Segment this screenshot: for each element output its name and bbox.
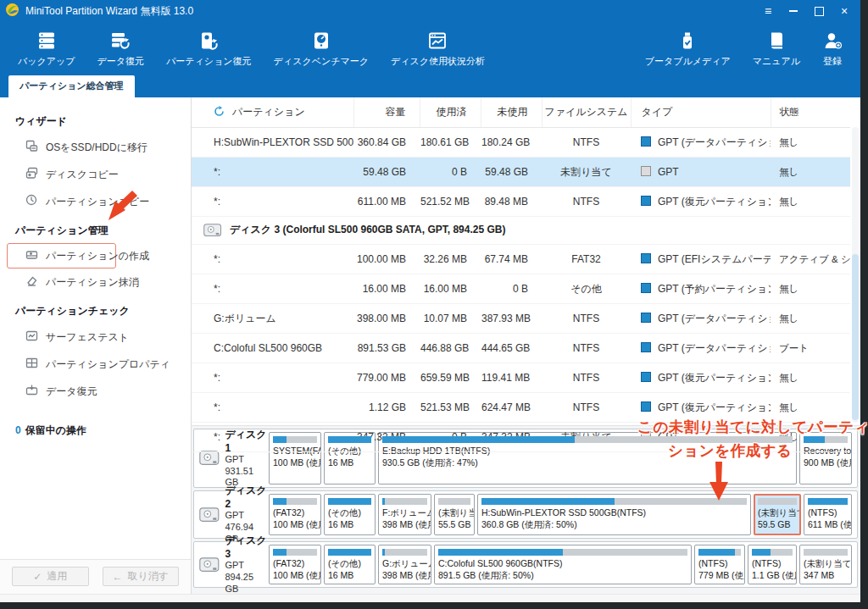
sidebar-item-label: パーティションプロパティ <box>46 357 170 372</box>
partition-block[interactable]: (NTFS)1.1 GB (使用済: <box>748 545 797 584</box>
disk-drive-icon <box>199 506 220 524</box>
refresh-icon[interactable] <box>214 108 225 119</box>
sidebar-item-data-recovery[interactable]: データ復元 <box>0 378 191 405</box>
partition-size-info: 1.1 GB (使用済: <box>752 570 793 582</box>
column-capacity[interactable]: 容量 <box>353 97 420 128</box>
partition-block[interactable]: (NTFS)611 MB (使用 <box>804 494 852 535</box>
bootable-media-icon <box>677 30 698 51</box>
sidebar-item-surface-test[interactable]: サーフェステスト <box>0 324 191 351</box>
sidebar-item-partition-properties[interactable]: パーティションプロパティ <box>0 351 191 378</box>
disk-info[interactable]: ディスク 3GPT894.25 GB <box>197 545 269 584</box>
tab-partition-management[interactable]: パーティション総合管理 <box>8 75 135 97</box>
apply-button[interactable]: ✓適用 <box>12 567 89 586</box>
partition-block[interactable]: (その他)16 MB <box>324 432 376 484</box>
status-cell: 無し <box>771 304 850 334</box>
partition-block[interactable]: (その他)16 MB <box>324 545 376 584</box>
space-analyzer-button[interactable]: ディスク使用状況分析 <box>380 22 496 76</box>
manual-button[interactable]: マニュアル <box>742 22 811 76</box>
disk-group-label: ディスク 3 (Colorful SL500 960GB SATA, GPT, … <box>230 224 505 235</box>
sidebar-item-wipe-partition[interactable]: パーティション抹消 <box>0 269 191 296</box>
partition-row[interactable]: G:ボリューム398.00 MB10.07 MB387.93 MBNTFSGPT… <box>192 304 850 334</box>
partition-row[interactable]: *:611.00 MB521.52 MB89.48 MBNTFSGPT (復元パ… <box>192 187 850 217</box>
partition-label: (NTFS) <box>808 507 848 519</box>
backup-label: バックアップ <box>18 55 75 68</box>
partition-block[interactable]: (その他)16 MB <box>324 494 376 535</box>
annotation-text-line1: この未割り当てに対してパーティ <box>637 417 868 437</box>
partition-recovery-button[interactable]: パーティション復元 <box>155 22 263 76</box>
partition-copy-icon <box>25 194 38 209</box>
column-used[interactable]: 使用済 <box>420 97 481 128</box>
column-partition[interactable]: パーティション <box>192 97 353 128</box>
sidebar-item-label: データ復元 <box>46 385 97 399</box>
partition-type-icon <box>641 283 651 293</box>
disk-info[interactable]: ディスク 2GPT476.94 GB <box>197 494 269 535</box>
partition-type-icon <box>641 401 651 412</box>
used-cell: 446.88 GB <box>420 334 481 363</box>
undo-button[interactable]: ←取り消す <box>103 567 180 586</box>
partition-block[interactable]: SYSTEM(FAT3100 MB (使用 <box>269 432 321 484</box>
check-icon: ✓ <box>33 571 42 583</box>
column-unused[interactable]: 未使用 <box>481 97 542 128</box>
partition-size-info: 100 MB (使用 <box>273 570 317 582</box>
sidebar-item-disk-copy[interactable]: ディスクコピー <box>0 161 191 188</box>
sidebar-item-label: パーティション抹消 <box>46 275 139 290</box>
partition-block[interactable]: (NTFS)779 MB (使用 <box>694 545 745 584</box>
partition-row[interactable]: H:SubWin-PLEXTOR SSD 500GB360.84 GB180.6… <box>192 128 850 158</box>
backup-button[interactable]: バックアップ <box>7 22 86 76</box>
partition-type-icon <box>641 166 651 176</box>
partition-block[interactable]: (FAT32)100 MB (使用 <box>269 494 321 535</box>
partition-size-info: 398 MB (使用 <box>382 570 427 582</box>
scrollbar-thumb[interactable] <box>852 254 859 419</box>
partition-block[interactable]: G:ボリューム(N398 MB (使用 <box>378 545 431 584</box>
unused-cell: 180.24 GB <box>481 128 542 158</box>
usage-bar <box>382 549 427 556</box>
partition-label: (NTFS) <box>752 558 793 570</box>
usage-bar <box>438 549 687 556</box>
column-file-system[interactable]: ファイルシステム <box>542 97 631 128</box>
register-button[interactable]: 登録 <box>811 22 854 76</box>
selected-unallocated-block[interactable]: (未割り当て59.5 GB <box>754 494 801 535</box>
partition-block[interactable]: (FAT32)100 MB (使用 <box>269 545 321 584</box>
table-header-row: パーティション 容量 使用済 未使用 ファイルシステム タイプ 状態 <box>192 97 850 128</box>
partition-block[interactable]: C:Coloful SL500 960GB(NTFS)891.5 GB (使用済… <box>434 545 692 584</box>
capacity-cell: 1.12 GB <box>353 393 420 423</box>
data-recovery-button[interactable]: データ復元 <box>86 22 156 76</box>
partition-block[interactable]: Recovery too900 MB (使用 <box>799 432 852 484</box>
app-window: MiniTool Partition Wizard 無料版 13.0 ≡ × バ… <box>0 0 860 602</box>
partition-size-info: 16 MB <box>328 570 371 582</box>
partition-row[interactable]: C:Coloful SL500 960GB891.53 GB446.88 GB4… <box>192 334 850 363</box>
partition-row[interactable]: *:59.48 GB0 B59.48 GB未割り当てGPT無し <box>192 158 850 187</box>
bootable-media-button[interactable]: ブータブルメディア <box>634 22 742 76</box>
partition-type-icon <box>641 253 651 263</box>
menu-icon[interactable]: ≡ <box>755 1 781 21</box>
disk-group-row[interactable]: ディスク 3 (Colorful SL500 960GB SATA, GPT, … <box>192 217 850 245</box>
close-icon[interactable]: × <box>832 1 857 21</box>
usage-bar <box>752 549 793 556</box>
partition-block[interactable]: (未割り当て)347 MB <box>799 545 852 584</box>
manual-label: マニュアル <box>753 55 800 68</box>
sidebar-item-label: サーフェステスト <box>46 330 129 345</box>
partition-row[interactable]: *:779.00 MB659.59 MB119.41 MBNTFSGPT (復元… <box>192 363 850 393</box>
sidebar-item-partition-copy[interactable]: パーティションコピー <box>0 188 191 215</box>
maximize-icon[interactable] <box>806 1 832 21</box>
unused-cell: 444.65 GB <box>481 334 542 363</box>
partition-row[interactable]: *:100.00 MB32.26 MB67.74 MBFAT32GPT (EFI… <box>192 245 850 274</box>
sidebar-item-label: OSをSSD/HDDに移行 <box>46 141 147 155</box>
status-cell: 無し <box>771 128 850 158</box>
table-scrollbar[interactable] <box>852 127 859 423</box>
column-status[interactable]: 状態 <box>771 97 850 128</box>
sidebar-item-create-partition[interactable]: パーティションの作成 <box>7 243 116 269</box>
usage-bar <box>808 498 848 505</box>
partition-label: H:SubWin-PLEXTOR SSD 500GB(NTFS) <box>481 507 747 519</box>
disk-benchmark-button[interactable]: ディスクベンチマーク <box>263 22 380 76</box>
minimize-icon[interactable] <box>781 1 806 21</box>
capacity-cell: 16.00 MB <box>353 274 420 304</box>
type-cell: GPT (復元パーティション) <box>631 363 771 393</box>
toolbar-left: バックアップ データ復元 パーティション復元 ディスクベンチマーク ディスク使用… <box>7 22 496 76</box>
sidebar-item-migrate-os[interactable]: OSをSSD/HDDに移行 <box>0 134 191 161</box>
partition-block[interactable]: (未割り当て55.5 GB <box>434 494 475 535</box>
title-bar: MiniTool Partition Wizard 無料版 13.0 ≡ × <box>0 0 860 22</box>
partition-row[interactable]: *:16.00 MB16.00 MB0 Bその他GPT (予約パーティション)無… <box>192 274 850 304</box>
partition-block[interactable]: F:ボリューム(N398 MB (使用 <box>378 494 431 535</box>
column-type[interactable]: タイプ <box>631 97 771 128</box>
